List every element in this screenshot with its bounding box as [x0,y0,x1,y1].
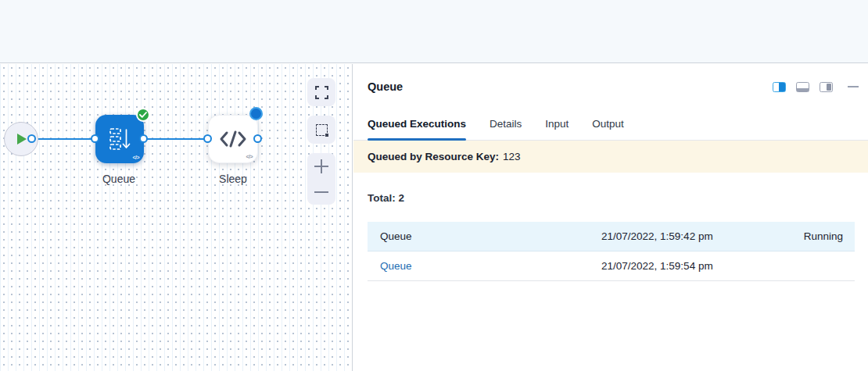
plus-icon [314,159,328,173]
code-badge-icon: </> [132,155,139,160]
queue-icon [109,127,131,151]
queue-node-output-port[interactable] [139,134,148,143]
total-count: Total: 2 [368,192,855,204]
sleep-node-output-port[interactable] [253,134,262,143]
execution-name: Queue [368,230,601,242]
play-icon [16,133,27,145]
panel-body: Total: 2 Queue 21/07/2022, 1:59:42 pm Ru… [353,173,868,281]
resource-key-value: 123 [503,151,521,162]
resource-key-label: Queued by Resource Key: [368,151,499,162]
sleep-node-label: Sleep [186,173,280,185]
zoom-control [307,153,335,205]
executions-table: Queue 21/07/2022, 1:59:42 pm Running Que… [368,222,855,281]
top-bar [0,0,868,63]
sleep-node[interactable]: </> [208,115,258,163]
fullscreen-button[interactable] [307,78,335,106]
start-node-output-port[interactable] [27,134,36,143]
table-row[interactable]: Queue 21/07/2022, 1:59:54 pm [368,251,855,281]
tab-output[interactable]: Output [592,118,624,140]
dock-bottom-panel-icon[interactable] [796,82,809,92]
execution-timestamp: 21/07/2022, 1:59:54 pm [601,260,769,272]
tab-input[interactable]: Input [545,118,569,140]
panel-header: Queue [353,64,868,98]
tab-details[interactable]: Details [490,118,522,140]
execution-timestamp: 21/07/2022, 1:59:42 pm [601,230,769,242]
queue-node-label: Queue [72,173,166,185]
dock-right-panel-icon[interactable] [820,82,833,92]
panel-title: Queue [368,80,773,93]
edge-queue-to-sleep [144,138,210,140]
success-check-icon [136,108,150,122]
queue-node[interactable]: </> [95,115,144,163]
tab-queued-executions[interactable]: Queued Executions [368,118,466,140]
minimize-panel-icon[interactable] [848,86,859,87]
sleep-node-input-port[interactable] [203,134,212,143]
marquee-select-icon [316,124,328,136]
dock-side-panel-icon[interactable] [773,82,786,92]
execution-name-link[interactable]: Queue [368,260,601,272]
zoom-out-button[interactable] [307,179,335,205]
zoom-in-button[interactable] [307,153,335,179]
resource-key-banner: Queued by Resource Key: 123 [353,141,868,173]
running-status-badge-icon [249,107,263,120]
marquee-select-button[interactable] [307,116,335,144]
panel-tabs: Queued Executions Details Input Output [353,98,868,141]
queue-node-input-port[interactable] [91,134,99,143]
fullscreen-icon [315,86,328,99]
code-badge-icon: </> [246,154,253,159]
minus-icon [314,191,328,193]
panel-layout-controls [773,82,859,92]
details-panel: Queue Queued Executions Details Input Ou… [353,64,868,371]
code-icon [219,130,247,148]
workflow-canvas[interactable]: </> Queue </> Sleep [0,64,353,371]
execution-status: Running [769,230,855,242]
edge-start-to-queue [32,138,97,140]
table-row[interactable]: Queue 21/07/2022, 1:59:42 pm Running [368,222,855,251]
